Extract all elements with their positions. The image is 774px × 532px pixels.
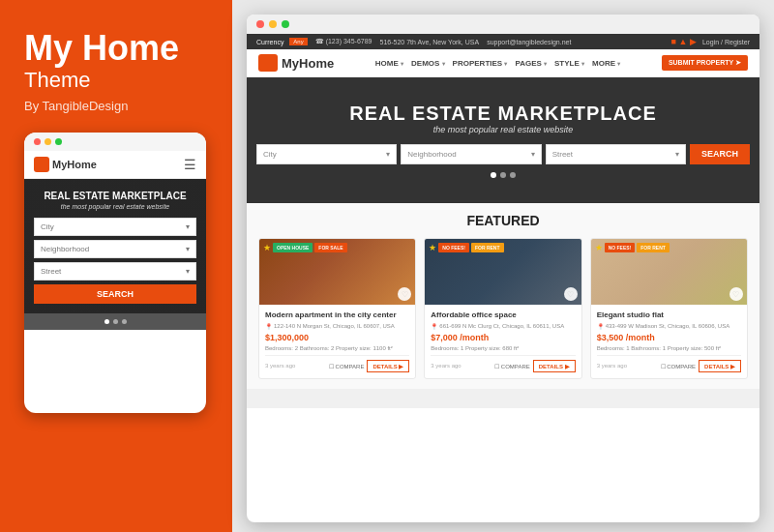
- left-panel: My Home Theme By TangibleDesign MyHome ☰…: [0, 0, 232, 532]
- bottom-strip: [247, 389, 759, 408]
- card-price-2: $7,000 /month: [431, 333, 575, 342]
- card-title-3: Elegant studio flat: [597, 310, 741, 320]
- card-body-1: Modern apartment in the city center 📍122…: [259, 305, 415, 378]
- mobile-dot-1: [104, 319, 109, 324]
- mobile-navbar: MyHome ☰: [24, 151, 206, 179]
- property-card-3: ★ NO FEES! FOR RENT ♡ Elegant studio fla…: [590, 238, 748, 379]
- card-footer-1: 3 years ago ☐ COMPARE DETAILS ▶: [265, 355, 409, 372]
- mobile-dot-green: [55, 138, 62, 145]
- nav-pages[interactable]: PAGES ▾: [515, 59, 547, 68]
- card-star-3: ★: [595, 243, 603, 252]
- card-address-3: 📍433-499 W Madison St, Chicago, IL 60606…: [597, 323, 741, 330]
- badge-no-fees-3: NO FEES!: [605, 243, 636, 252]
- featured-title: FEATURED: [258, 213, 748, 228]
- nav-home[interactable]: HOME ▾: [375, 59, 403, 68]
- compare-button-2[interactable]: ☐ COMPARE: [494, 363, 530, 369]
- mobile-mockup: MyHome ☰ REAL ESTATE MARKETPLACE the mos…: [24, 133, 206, 413]
- mobile-neighborhood-select[interactable]: Neighborhood▾: [34, 240, 196, 258]
- hero-subtitle: the most popular real estate website: [433, 125, 574, 134]
- card-age-3: 3 years ago: [597, 363, 627, 369]
- card-heart-2[interactable]: ♡: [564, 287, 578, 301]
- card-actions-2: ☐ COMPARE DETAILS ▶: [494, 360, 575, 372]
- card-image-1: ★ OPEN HOUSE FOR SALE ♡: [259, 239, 415, 305]
- card-details-3: Bedrooms: 1 Bathrooms: 1 Property size: …: [597, 345, 741, 351]
- main-title: My Home: [24, 29, 208, 68]
- utility-bar: Currency Any ☎ (123) 345-6789 516-520 7t…: [247, 34, 759, 49]
- hero-slider-dots: [491, 172, 516, 178]
- desktop-dot-red: [256, 20, 264, 28]
- currency-any[interactable]: Any: [289, 38, 307, 45]
- desktop-hero: REAL ESTATE MARKETPLACE the most popular…: [247, 77, 759, 203]
- badge-open-house: OPEN HOUSE: [273, 243, 313, 252]
- details-button-1[interactable]: DETAILS ▶: [367, 360, 409, 372]
- featured-section: FEATURED ★ OPEN HOUSE FOR SALE ♡ Modern …: [247, 203, 759, 389]
- card-badges-1: OPEN HOUSE FOR SALE: [273, 243, 347, 252]
- mobile-dot-red: [34, 138, 41, 145]
- city-select[interactable]: City▾: [256, 144, 397, 164]
- card-address-1: 📍122-140 N Morgan St, Chicago, IL 60607,…: [265, 323, 409, 330]
- email-text: support@tangibledesign.net: [487, 39, 571, 45]
- card-address-2: 📍661-699 N Mc Clurg Ct, Chicago, IL 6061…: [431, 323, 575, 330]
- card-heart-1[interactable]: ♡: [398, 287, 411, 301]
- mobile-city-select[interactable]: City▾: [34, 218, 196, 236]
- property-cards: ★ OPEN HOUSE FOR SALE ♡ Modern apartment…: [258, 238, 748, 379]
- card-image-3: ★ NO FEES! FOR RENT ♡: [591, 239, 747, 305]
- hero-dot-1: [491, 172, 496, 178]
- desktop-logo-text: MyHome: [282, 56, 334, 71]
- badge-for-rent-2: FOR RENT: [471, 243, 504, 252]
- card-details-1: Bedrooms: 2 Bathrooms: 2 Property size: …: [265, 345, 409, 351]
- mobile-logo-text: MyHome: [52, 159, 97, 170]
- login-register[interactable]: Login / Register: [702, 39, 750, 45]
- phone-number: ☎ (123) 345-6789: [315, 38, 372, 45]
- nav-more[interactable]: MORE ▾: [592, 59, 620, 68]
- compare-button-3[interactable]: ☐ COMPARE: [661, 363, 697, 369]
- card-body-2: Affordable office space 📍661-699 N Mc Cl…: [425, 305, 580, 378]
- card-details-2: Bedrooms: 1 Property size: 680 ft²: [431, 345, 575, 351]
- compare-button-1[interactable]: ☐ COMPARE: [329, 363, 365, 369]
- property-card-1: ★ OPEN HOUSE FOR SALE ♡ Modern apartment…: [258, 238, 416, 379]
- nav-demos[interactable]: DEMOS ▾: [411, 59, 445, 68]
- desktop-nav-links: HOME ▾ DEMOS ▾ PROPERTIES ▾ PAGES ▾ STYL…: [375, 59, 620, 68]
- card-badges-3: NO FEES! FOR RENT: [605, 243, 670, 252]
- mobile-hero-title: REAL ESTATE MARKETPLACE: [34, 191, 196, 201]
- badge-for-rent-3: FOR RENT: [637, 243, 670, 252]
- mobile-search-button[interactable]: SEARCH: [34, 284, 196, 304]
- nav-style[interactable]: STYLE ▾: [554, 59, 584, 68]
- desktop-dot-green: [282, 20, 289, 28]
- hero-search-bar: City▾ Neighborhood▾ Street▾ SEARCH: [256, 144, 750, 164]
- card-image-2: ★ NO FEES! FOR RENT ♡: [425, 239, 580, 305]
- badge-for-sale: FOR SALE: [314, 243, 346, 252]
- card-badges-2: NO FEES! FOR RENT: [438, 243, 503, 252]
- card-body-3: Elegant studio flat 📍433-499 W Madison S…: [591, 305, 747, 378]
- mobile-dot-yellow: [45, 138, 51, 145]
- card-heart-3[interactable]: ♡: [729, 287, 743, 301]
- nav-properties[interactable]: PROPERTIES ▾: [453, 59, 508, 68]
- submit-property-button[interactable]: SUBMIT PROPERTY ➤: [662, 55, 748, 71]
- mobile-street-select[interactable]: Street▾: [34, 262, 196, 281]
- mobile-logo: MyHome: [34, 157, 97, 172]
- hamburger-icon[interactable]: ☰: [184, 157, 196, 172]
- mobile-hero-sub: the most popular real estate website: [34, 203, 196, 210]
- mobile-top-bar: [24, 133, 206, 151]
- desktop-navbar: MyHome HOME ▾ DEMOS ▾ PROPERTIES ▾ PAGES…: [247, 49, 759, 77]
- details-button-3[interactable]: DETAILS ▶: [699, 360, 741, 372]
- hero-search-button[interactable]: SEARCH: [690, 144, 750, 164]
- currency-label: Currency Any: [256, 38, 308, 45]
- card-footer-3: 3 years ago ☐ COMPARE DETAILS ▶: [597, 355, 741, 372]
- desktop-logo-icon: [258, 54, 278, 72]
- details-button-2[interactable]: DETAILS ▶: [533, 360, 576, 372]
- card-age-1: 3 years ago: [265, 363, 295, 369]
- card-title-1: Modern apartment in the city center: [265, 310, 409, 320]
- street-select[interactable]: Street▾: [546, 144, 686, 164]
- social-icons: ■ ▲ ▶: [671, 37, 697, 46]
- mobile-dot-2: [113, 319, 118, 324]
- card-price-1: $1,300,000: [265, 333, 409, 342]
- card-footer-2: 3 years ago ☐ COMPARE DETAILS ▶: [431, 355, 575, 372]
- hero-dot-2: [500, 172, 506, 178]
- neighborhood-select[interactable]: Neighborhood▾: [401, 144, 541, 164]
- mobile-dot-3: [122, 319, 127, 324]
- card-title-2: Affordable office space: [431, 310, 575, 320]
- address-text: 516-520 7th Ave, New York, USA: [380, 39, 480, 45]
- badge-no-fees-2: NO FEES!: [438, 243, 469, 252]
- desktop-logo: MyHome: [258, 54, 334, 72]
